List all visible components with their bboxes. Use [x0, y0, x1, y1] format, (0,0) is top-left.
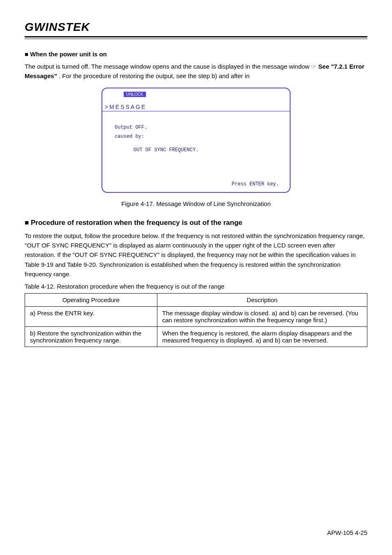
power-status-heading: ■ When the power unit is on [25, 51, 367, 58]
figure-line2: caused by: [115, 132, 287, 141]
message-window-figure: UNLOCK >MESSAGE Output OFF. caused by: O… [101, 88, 291, 193]
restore-paragraph: To restore the output, follow the proced… [25, 231, 367, 279]
figure-message-title: >MESSAGE [102, 104, 290, 110]
table-cell-description: The message display window is closed. a)… [157, 307, 367, 327]
see-close-quote: " [54, 72, 57, 79]
figure-body: Output OFF. caused by: OUT OF SYNC FREQU… [105, 111, 287, 159]
restore-code-1: OUT OF SYNC FREQUENCY [27, 242, 109, 249]
power-text-d: . For the procedure of restoring the out… [57, 72, 250, 79]
table-row: a) Press the ENTR key. The message displ… [25, 307, 367, 327]
table-cell-procedure: b) Restore the synchronization within th… [25, 327, 157, 347]
see-label: See " [318, 63, 334, 70]
power-paragraph: The output is turned off. The message wi… [25, 62, 367, 81]
table-cell-procedure: a) Press the ENTR key. [25, 307, 157, 327]
figure-line1: Output OFF. [115, 123, 287, 132]
table-header-row: Operating Procedure Description [25, 294, 367, 307]
table-row: b) Restore the synchronization within th… [25, 327, 367, 347]
header-divider [25, 39, 367, 39]
page-number: APW-105 4-25 [327, 529, 367, 536]
table-header-procedure: Operating Procedure [25, 294, 157, 307]
restoration-table: Operating Procedure Description a) Press… [25, 293, 367, 347]
figure-caption: Figure 4-17. Message Window of Line Sync… [25, 200, 367, 207]
restore-code-2: OUT OF SYNC FREQUENCY [75, 251, 157, 258]
unlock-badge: UNLOCK [124, 92, 146, 97]
restore-heading: ■ Procedure of restoration when the freq… [25, 219, 367, 227]
pointing-hand-icon: ☞ [311, 62, 316, 71]
figure-footer: Press ENTER key. [105, 181, 287, 187]
table-cell-description: When the frequency is restored, the alar… [157, 327, 367, 347]
figure-cause: OUT OF SYNC FREQUENCY. [134, 146, 287, 155]
power-text-a: The output is turned off. The message wi… [25, 63, 311, 70]
brand-logo: GWINSTEK [25, 21, 367, 37]
table-intro: Table 4-12. Restoration procedure when t… [25, 283, 367, 290]
table-header-description: Description [157, 294, 367, 307]
